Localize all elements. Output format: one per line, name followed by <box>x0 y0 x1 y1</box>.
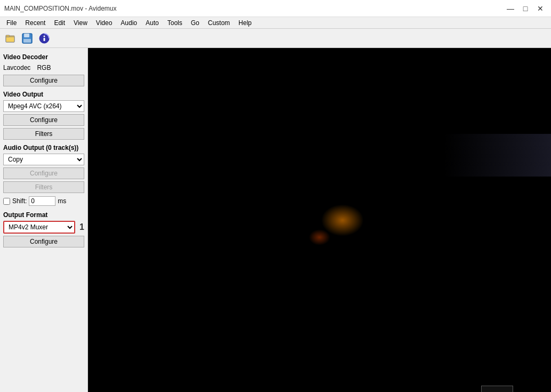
titlebar: MAIN_COMPOSITION.mov - Avidemux — □ ✕ <box>0 0 551 17</box>
codec-row: Lavcodec RGB <box>3 64 84 71</box>
window-title: MAIN_COMPOSITION.mov - Avidemux <box>4 5 117 12</box>
video-output-title: Video Output <box>3 91 84 98</box>
audio-output-title: Audio Output (0 track(s)) <box>3 144 84 151</box>
video-output-configure-button[interactable]: Configure <box>3 114 84 126</box>
ms-label: ms <box>58 197 66 205</box>
toolbar-info-button[interactable] <box>36 30 52 46</box>
menu-go[interactable]: Go <box>187 17 204 29</box>
shift-row: Shift: ms <box>3 196 84 206</box>
output-format-title: Output Format <box>3 211 84 219</box>
video-decoder-title: Video Decoder <box>3 53 84 61</box>
toolbar <box>0 29 551 48</box>
toolbar-open-button[interactable] <box>2 30 18 46</box>
shift-input[interactable] <box>29 196 55 206</box>
video-canvas <box>88 48 551 392</box>
info-icon <box>38 33 50 44</box>
menu-video[interactable]: Video <box>92 17 116 29</box>
folder-icon <box>5 33 15 44</box>
rgb-label: RGB <box>37 64 51 71</box>
svg-point-7 <box>44 35 45 37</box>
shift-label: Shift: <box>12 197 27 205</box>
audio-configure-button[interactable]: Configure <box>3 167 84 179</box>
video-filters-button[interactable]: Filters <box>3 128 84 140</box>
audio-filters-button[interactable]: Filters <box>3 181 84 193</box>
minimize-button[interactable]: — <box>504 3 517 14</box>
menu-custom[interactable]: Custom <box>204 17 234 29</box>
output-format-row: MP4v2 Muxer 1 <box>3 221 84 234</box>
svg-rect-4 <box>24 34 29 37</box>
menu-file[interactable]: File <box>2 17 21 29</box>
format-indicator: 1 <box>79 222 84 232</box>
menubar: File Recent Edit View Video Audio Auto T… <box>0 17 551 29</box>
svg-rect-1 <box>6 37 14 42</box>
output-format-configure-button[interactable]: Configure <box>3 236 84 247</box>
main-content: Video Decoder Lavcodec RGB Configure Vid… <box>0 48 551 392</box>
menu-edit[interactable]: Edit <box>50 17 69 29</box>
menu-auto[interactable]: Auto <box>141 17 163 29</box>
save-icon <box>21 33 33 44</box>
close-button[interactable]: ✕ <box>534 3 547 14</box>
lavcodec-label: Lavcodec <box>3 64 30 71</box>
maximize-button[interactable]: □ <box>519 3 532 14</box>
video-output-select[interactable]: Mpeg4 AVC (x264) <box>3 100 84 112</box>
svg-rect-2 <box>6 35 10 37</box>
toolbar-save-button[interactable] <box>19 30 35 46</box>
shift-checkbox[interactable] <box>3 198 10 205</box>
video-light-effect-2 <box>309 229 330 245</box>
menu-recent[interactable]: Recent <box>21 17 50 29</box>
svg-rect-8 <box>44 38 45 41</box>
audio-output-select[interactable]: Copy <box>3 154 84 165</box>
thumb-preview <box>481 386 513 392</box>
video-highlight <box>444 134 551 177</box>
menu-help[interactable]: Help <box>234 17 256 29</box>
window-controls: — □ ✕ <box>504 3 547 14</box>
video-decoder-configure-button[interactable]: Configure <box>3 75 84 86</box>
left-panel: Video Decoder Lavcodec RGB Configure Vid… <box>0 48 88 392</box>
svg-rect-5 <box>23 39 31 43</box>
menu-audio[interactable]: Audio <box>116 17 141 29</box>
menu-view[interactable]: View <box>69 17 92 29</box>
output-format-select[interactable]: MP4v2 Muxer <box>3 221 75 234</box>
video-area <box>88 48 551 392</box>
menu-tools[interactable]: Tools <box>163 17 187 29</box>
